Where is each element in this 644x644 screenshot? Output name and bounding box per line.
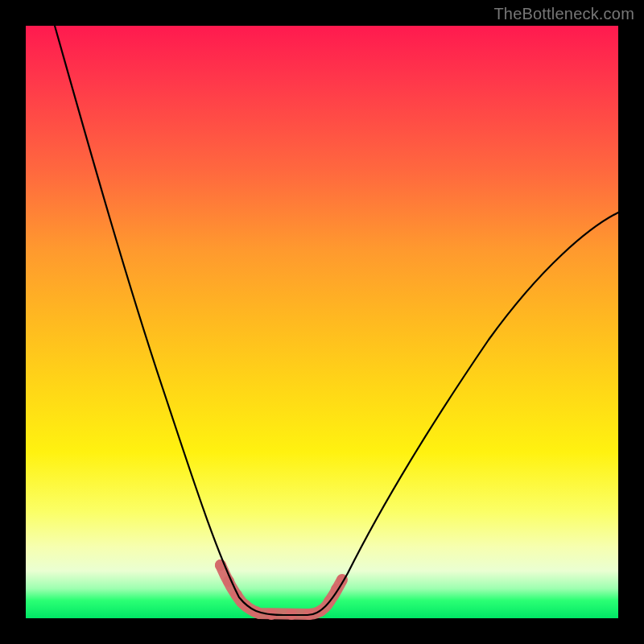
watermark-text: TheBottleneck.com — [493, 5, 634, 23]
chart-root: TheBottleneck.com — [0, 0, 644, 644]
bottleneck-curve-path — [55, 26, 618, 615]
curve-layer — [26, 26, 618, 618]
plot-area — [26, 26, 618, 618]
